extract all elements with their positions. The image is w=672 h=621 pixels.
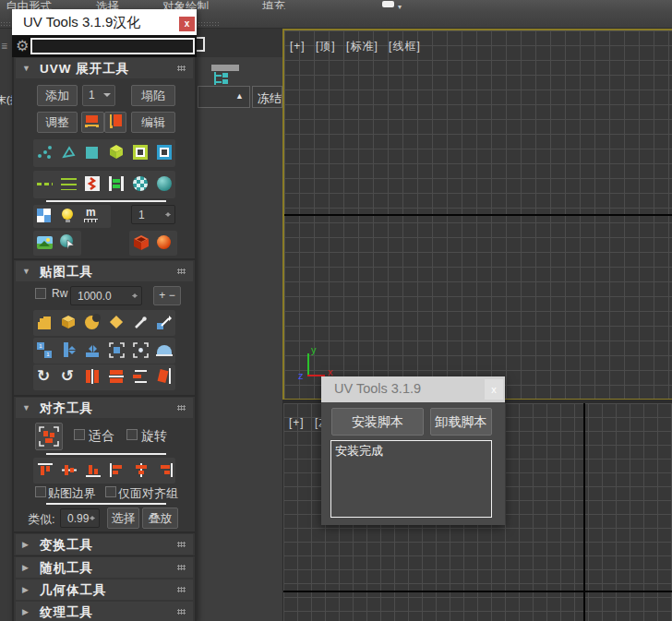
box-map-icon[interactable] xyxy=(61,315,77,330)
rollout-align-header[interactable]: ▼ 对齐工具 xyxy=(16,398,193,418)
mirror-horizontal-icon[interactable] xyxy=(85,369,101,385)
iterations-spinner[interactable]: 1 xyxy=(131,205,175,224)
add-uvw-button[interactable]: 添加 xyxy=(37,85,78,106)
install-log-box[interactable]: 安装完成 xyxy=(330,440,492,518)
pack-uv-icon[interactable] xyxy=(109,176,125,192)
planar-map-icon[interactable] xyxy=(37,316,53,331)
checker-map-icon[interactable] xyxy=(37,209,53,224)
element-mode-icon[interactable] xyxy=(109,144,125,160)
rotate-ccw-icon[interactable]: ↺ xyxy=(61,366,77,382)
vertex-mode-icon[interactable] xyxy=(37,145,53,161)
dome-icon[interactable] xyxy=(157,342,173,358)
viewport-shading-button[interactable]: [标准] xyxy=(346,40,378,53)
bitmap-icon[interactable] xyxy=(37,235,53,251)
scene-explorer-icon[interactable] xyxy=(212,72,233,86)
pick-texture-icon[interactable] xyxy=(60,234,76,250)
ribbon-window-icon[interactable] xyxy=(382,1,394,7)
checker-sphere-icon[interactable] xyxy=(133,176,148,191)
align-top-icon[interactable] xyxy=(37,462,53,478)
collapse-stack-button[interactable]: 塌陷 xyxy=(131,85,175,106)
rollout-map-header[interactable]: ▼ 贴图工具 xyxy=(16,261,193,281)
grip-dots-icon[interactable] xyxy=(177,269,186,274)
rollout-random-header[interactable]: ▶ 随机工具 xyxy=(16,557,193,578)
center-pivot-icon[interactable] xyxy=(133,342,149,358)
menu-item-select[interactable]: 选择 xyxy=(96,0,119,9)
fit-checkbox[interactable] xyxy=(74,429,85,440)
rollout-transform-header[interactable]: ▶ 变换工具 xyxy=(16,534,193,555)
rw-checkbox[interactable] xyxy=(35,288,46,299)
spinner-down-icon[interactable] xyxy=(132,295,138,301)
grip-dots-icon[interactable] xyxy=(177,542,186,547)
menu-item-objectpaint[interactable]: 对象绘制 xyxy=(162,0,209,9)
panel-titlebar[interactable]: UV Tools 3.1.9汉化 x xyxy=(12,9,197,35)
material-sphere-icon[interactable] xyxy=(157,235,171,249)
viewport-wireframe-button[interactable]: [线框] xyxy=(389,40,421,53)
fit-map-icon[interactable] xyxy=(157,316,173,331)
spinner-down-icon[interactable] xyxy=(165,214,171,220)
distribute-icon[interactable] xyxy=(133,369,149,385)
select-element-green-icon[interactable] xyxy=(133,145,148,160)
adjust-button[interactable]: 调整 xyxy=(37,112,78,133)
select-similar-button[interactable]: 选择 xyxy=(107,508,139,529)
channel-dropdown[interactable]: 1 xyxy=(82,85,115,106)
parallel-edges-icon[interactable] xyxy=(61,176,77,192)
lightbulb-icon[interactable] xyxy=(60,208,76,223)
similar-spinner[interactable]: 0.99 xyxy=(60,508,100,528)
edge-mode-icon[interactable] xyxy=(61,145,77,161)
dialog-close-button[interactable]: x xyxy=(485,379,503,400)
select-element-blue-icon[interactable] xyxy=(157,145,172,160)
align-center-vertical-icon[interactable] xyxy=(61,462,77,478)
menu-item-fill[interactable]: 填充 xyxy=(262,0,285,9)
grip-dots-icon[interactable] xyxy=(177,609,186,615)
dashed-edge-icon[interactable] xyxy=(37,176,53,192)
face-only-checkbox[interactable] xyxy=(105,486,116,497)
panel-close-button[interactable]: x xyxy=(179,17,195,31)
map-size-spinner[interactable]: 1000.0 xyxy=(70,286,142,305)
rollout-uvw-header[interactable]: ▼ UVW 展开工具 xyxy=(16,58,193,78)
uninstall-script-button[interactable]: 卸载脚本 xyxy=(430,408,492,436)
relax-icon[interactable] xyxy=(85,176,101,192)
rollout-geometry-header[interactable]: ▶ 几何体工具 xyxy=(16,579,193,600)
sphere-map-icon[interactable] xyxy=(85,316,101,331)
grip-dots-icon[interactable] xyxy=(177,587,186,592)
plus-minus-button[interactable]: + − xyxy=(153,286,181,305)
straighten-icon[interactable] xyxy=(157,368,173,384)
viewport-top[interactable]: [+] [顶] [标准] [线框] y x z xyxy=(282,29,672,400)
menu-item-freeform[interactable]: 自由形式 xyxy=(6,0,52,9)
face-mode-icon[interactable] xyxy=(85,146,101,161)
eyedropper-icon[interactable] xyxy=(133,316,149,331)
align-selection-button[interactable] xyxy=(35,423,63,450)
mirror-vertical-icon[interactable] xyxy=(109,369,125,385)
rotate-checkbox[interactable] xyxy=(126,429,138,440)
align-left-icon[interactable] xyxy=(109,462,125,478)
fit-width-icon[interactable] xyxy=(85,342,101,358)
rotate-cw-icon[interactable]: ↻ xyxy=(37,366,53,382)
sphere-preview-icon[interactable] xyxy=(157,176,172,191)
dialog-titlebar[interactable]: UV Tools 3.1.9 x xyxy=(321,376,505,402)
freeze-field[interactable]: 冻结 xyxy=(252,86,282,108)
fit-height-icon[interactable] xyxy=(61,342,77,358)
map-bounds-checkbox[interactable] xyxy=(35,486,46,497)
grip-dots-icon[interactable] xyxy=(177,405,186,411)
align-center-horizontal-icon[interactable] xyxy=(133,462,149,478)
stack-button[interactable]: 叠放 xyxy=(142,508,178,529)
grip-dots-icon[interactable] xyxy=(177,565,186,570)
gear-icon[interactable]: ⚙ xyxy=(16,37,29,55)
freeze-arrow-button[interactable]: ▲ xyxy=(198,86,250,108)
align-bottom-icon[interactable] xyxy=(85,462,101,478)
viewport-menu-button[interactable]: [+] xyxy=(289,416,305,429)
search-input[interactable] xyxy=(30,38,195,54)
viewport-view-button[interactable]: [顶] xyxy=(316,40,336,53)
align-right-icon[interactable] xyxy=(157,462,173,478)
red-cube-icon[interactable] xyxy=(133,234,149,250)
edit-seams-button[interactable] xyxy=(81,112,104,133)
one-to-one-icon[interactable]: 1 1 xyxy=(37,342,53,358)
viewport-menu-button[interactable]: [+] xyxy=(290,40,306,53)
edit-uvw-button[interactable]: 编辑 xyxy=(131,112,175,133)
center-uv-icon[interactable] xyxy=(109,342,125,358)
install-script-button[interactable]: 安装脚本 xyxy=(331,408,424,436)
rollout-texture-header[interactable]: ▶ 纹理工具 xyxy=(16,602,193,621)
point-to-point-seam-button[interactable] xyxy=(104,112,126,133)
ribbon-dropdown-arrow-icon[interactable]: ▾ xyxy=(398,0,402,9)
grip-dots-icon[interactable] xyxy=(177,66,186,71)
